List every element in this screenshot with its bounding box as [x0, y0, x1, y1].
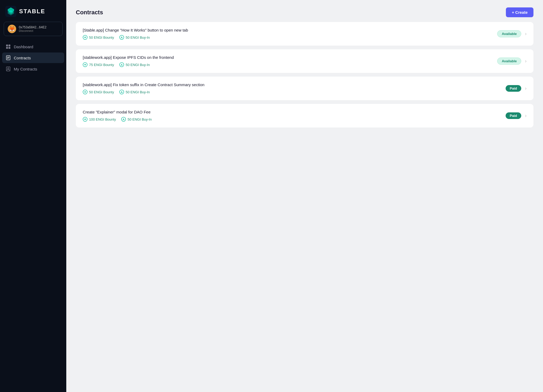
bounty-icon [83, 35, 87, 40]
contract-title: [stablework.app] Fix token suffix in Cre… [83, 82, 204, 87]
chevron-right-icon: › [525, 113, 527, 118]
bounty-icon [83, 62, 87, 67]
bounty-item: 50 ENGI Bounty [83, 35, 114, 40]
sidebar-item-my-contracts-label: My Contracts [14, 67, 37, 71]
chevron-right-icon: › [525, 86, 527, 91]
bounty-value: 75 ENGI Bounty [89, 63, 114, 67]
contract-card[interactable]: Create "Explainer" modal for DAO Fee 100… [76, 104, 533, 127]
wallet-address: 0x753a5842...64E2 [19, 25, 46, 29]
bounty-item: 100 ENGI Bounty [83, 117, 116, 122]
buyin-item: 50 ENGI Buy-In [119, 35, 150, 40]
contract-info: [Stable.app] Change "How It Works" butto… [83, 28, 188, 40]
chevron-right-icon: › [525, 58, 527, 64]
buyin-item: 50 ENGI Buy-In [121, 117, 152, 122]
contract-card[interactable]: [stablework.app] Expose IPFS CIDs on the… [76, 49, 533, 73]
contract-meta: 50 ENGI Bounty 50 ENGI Buy-In [83, 90, 204, 94]
contract-title: Create "Explainer" modal for DAO Fee [83, 110, 152, 114]
sidebar-nav: Dashboard Contracts My Contracts [0, 41, 66, 74]
sidebar-item-contracts-label: Contracts [14, 56, 31, 60]
buyin-item: 50 ENGI Buy-In [119, 90, 150, 94]
contract-status: Available › [497, 58, 527, 65]
contract-meta: 100 ENGI Bounty 50 ENGI Buy-In [83, 117, 152, 122]
contract-status: Paid › [506, 85, 527, 92]
sidebar-item-contracts[interactable]: Contracts [2, 52, 64, 63]
chevron-right-icon: › [525, 31, 527, 37]
dashboard-icon [6, 44, 11, 49]
create-button[interactable]: + Create [506, 7, 533, 17]
sidebar-item-my-contracts[interactable]: My Contracts [2, 64, 64, 74]
buyin-icon [121, 117, 126, 122]
svg-rect-4 [8, 47, 10, 49]
contract-title: [stablework.app] Expose IPFS CIDs on the… [83, 55, 174, 60]
buyin-value: 50 ENGI Buy-In [128, 117, 152, 121]
buyin-item: 50 ENGI Buy-In [119, 62, 150, 67]
buyin-icon [119, 62, 124, 67]
bounty-item: 75 ENGI Bounty [83, 62, 114, 67]
bounty-value: 100 ENGI Bounty [89, 117, 116, 121]
sidebar-item-dashboard-label: Dashboard [14, 45, 33, 49]
contracts-list: [Stable.app] Change "How It Works" butto… [66, 22, 543, 137]
contracts-icon [6, 55, 11, 60]
status-badge: Available [497, 58, 521, 65]
bounty-item: 50 ENGI Bounty [83, 90, 114, 94]
status-badge: Available [497, 30, 521, 37]
buyin-icon [119, 90, 124, 94]
wallet-avatar: 🦊 [8, 25, 16, 33]
svg-rect-1 [6, 45, 8, 46]
page-header: Contracts + Create [66, 0, 543, 22]
buyin-icon [119, 35, 124, 40]
contract-status: Paid › [506, 112, 527, 119]
contract-title: [Stable.app] Change "How It Works" butto… [83, 28, 188, 32]
logo-text: STABLE [19, 8, 45, 15]
bounty-value: 50 ENGI Bounty [89, 36, 114, 39]
wallet-box[interactable]: 🦊 0x753a5842...64E2 Disconnect [4, 22, 63, 36]
disconnect-label: Disconnect [19, 29, 46, 32]
svg-point-10 [8, 68, 9, 69]
contract-status: Available › [497, 30, 527, 37]
contract-info: [stablework.app] Expose IPFS CIDs on the… [83, 55, 174, 67]
logo-icon [5, 6, 16, 17]
bounty-icon [83, 90, 87, 94]
contract-info: [stablework.app] Fix token suffix in Cre… [83, 82, 204, 94]
contract-card[interactable]: [Stable.app] Change "How It Works" butto… [76, 22, 533, 46]
svg-rect-2 [8, 45, 10, 46]
buyin-value: 50 ENGI Buy-In [126, 90, 150, 94]
svg-rect-3 [6, 47, 8, 49]
status-badge: Paid [506, 85, 521, 92]
contract-meta: 75 ENGI Bounty 50 ENGI Buy-In [83, 62, 174, 67]
contract-info: Create "Explainer" modal for DAO Fee 100… [83, 110, 152, 122]
buyin-value: 50 ENGI Buy-In [126, 63, 150, 67]
buyin-value: 50 ENGI Buy-In [126, 36, 150, 39]
status-badge: Paid [506, 112, 521, 119]
bounty-value: 50 ENGI Bounty [89, 90, 114, 94]
logo-area: STABLE [0, 0, 66, 22]
contract-card[interactable]: [stablework.app] Fix token suffix in Cre… [76, 77, 533, 100]
main-content: Contracts + Create [Stable.app] Change "… [66, 0, 543, 392]
contract-meta: 50 ENGI Bounty 50 ENGI Buy-In [83, 35, 188, 40]
page-title: Contracts [76, 9, 103, 16]
bounty-icon [83, 117, 87, 122]
my-contracts-icon [6, 67, 11, 71]
sidebar: STABLE 🦊 0x753a5842...64E2 Disconnect Da… [0, 0, 66, 392]
wallet-info: 0x753a5842...64E2 Disconnect [19, 25, 46, 32]
sidebar-item-dashboard[interactable]: Dashboard [2, 41, 64, 52]
